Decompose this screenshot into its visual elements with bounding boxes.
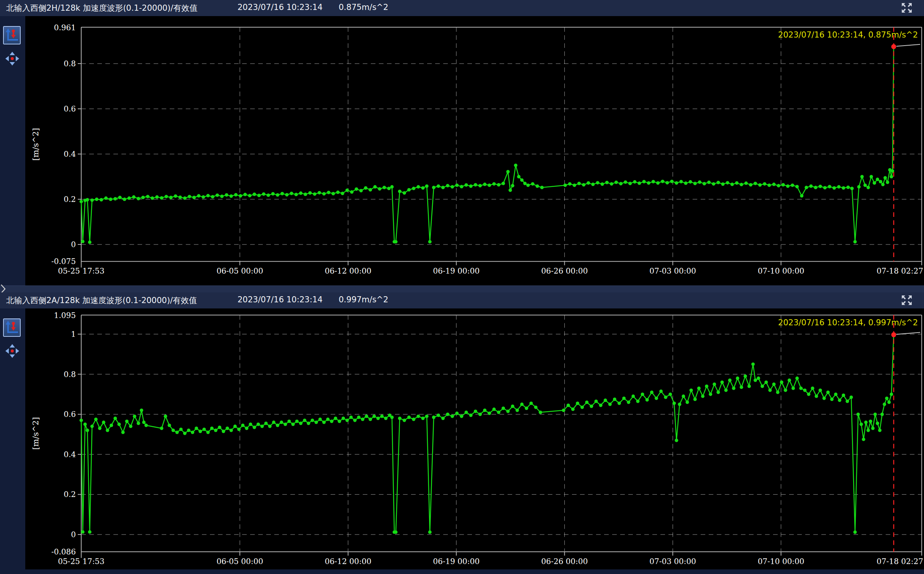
svg-text:0.6: 0.6: [64, 104, 76, 113]
svg-text:07-03 00:00: 07-03 00:00: [649, 557, 696, 566]
bottom-strip: [0, 569, 924, 574]
svg-text:06-19 00:00: 06-19 00:00: [433, 266, 480, 276]
svg-text:0.4: 0.4: [64, 450, 76, 459]
cursor-value: 0.997m/s^2: [339, 295, 388, 304]
svg-text:06-12 00:00: 06-12 00:00: [325, 557, 372, 566]
svg-text:-0.086: -0.086: [51, 547, 76, 556]
svg-text:07-10 00:00: 07-10 00:00: [758, 557, 804, 566]
svg-text:0.2: 0.2: [64, 490, 76, 499]
svg-text:07-18 02:27: 07-18 02:27: [876, 266, 923, 276]
svg-text:0.6: 0.6: [64, 410, 76, 419]
svg-text:0: 0: [71, 240, 76, 249]
svg-text:05-25 17:53: 05-25 17:53: [58, 266, 105, 276]
panel-titlebar: 北输入西侧2A/128k 加速度波形(0.1-20000)/有效值 2023/0…: [0, 292, 924, 308]
svg-text:0.4: 0.4: [64, 149, 76, 159]
svg-text:06-26 00:00: 06-26 00:00: [541, 266, 588, 276]
svg-text:05-25 17:53: 05-25 17:53: [58, 557, 105, 566]
trend-monitor-screen: 北输入西侧2H/128k 加速度波形(0.1-20000)/有效值 2023/0…: [0, 0, 924, 574]
svg-text:0: 0: [71, 530, 76, 539]
trend-chart[interactable]: 00.20.40.60.811.095-0.08605-25 17:5306-0…: [0, 308, 924, 574]
panel-titlebar: 北输入西侧2H/128k 加速度波形(0.1-20000)/有效值 2023/0…: [0, 0, 924, 16]
svg-text:07-18 02:27: 07-18 02:27: [876, 557, 923, 566]
cursor-datetime: 2023/07/16 10:23:14: [238, 295, 323, 304]
expand-fullscreen-icon[interactable]: [900, 294, 913, 307]
svg-text:2023/07/16 10:23:14, 0.997m/s^: 2023/07/16 10:23:14, 0.997m/s^2: [778, 318, 918, 327]
svg-text:-0.075: -0.075: [51, 257, 76, 266]
svg-text:0.8: 0.8: [64, 370, 76, 379]
svg-text:[m/s^2]: [m/s^2]: [31, 128, 40, 161]
cursor-datetime: 2023/07/16 10:23:14: [238, 3, 323, 12]
svg-text:07-10 00:00: 07-10 00:00: [758, 266, 804, 276]
trend-chart[interactable]: 00.20.40.60.80.961-0.07505-25 17:5306-05…: [0, 16, 924, 285]
panel-divider: [0, 285, 924, 293]
svg-text:2023/07/16 10:23:14, 0.875m/s^: 2023/07/16 10:23:14, 0.875m/s^2: [778, 30, 918, 39]
svg-text:0.2: 0.2: [64, 195, 76, 204]
cursor-value: 0.875m/s^2: [339, 3, 388, 12]
svg-text:06-19 00:00: 06-19 00:00: [433, 557, 480, 566]
svg-text:0.8: 0.8: [64, 59, 76, 68]
svg-text:06-05 00:00: 06-05 00:00: [216, 557, 263, 566]
svg-text:06-26 00:00: 06-26 00:00: [541, 557, 588, 566]
svg-text:06-05 00:00: 06-05 00:00: [216, 266, 263, 276]
chart-body: 00.20.40.60.80.961-0.07505-25 17:5306-05…: [0, 16, 924, 285]
svg-text:06-12 00:00: 06-12 00:00: [325, 266, 372, 276]
svg-text:[m/s^2]: [m/s^2]: [31, 417, 40, 450]
svg-text:0.961: 0.961: [54, 23, 76, 32]
svg-text:1.095: 1.095: [54, 311, 76, 320]
trend-panel-2A: 北输入西侧2A/128k 加速度波形(0.1-20000)/有效值 2023/0…: [0, 292, 924, 574]
channel-title: 北输入西侧2A/128k 加速度波形(0.1-20000)/有效值: [6, 295, 197, 306]
channel-title: 北输入西侧2H/128k 加速度波形(0.1-20000)/有效值: [6, 3, 197, 13]
svg-text:1: 1: [71, 330, 76, 339]
expand-fullscreen-icon[interactable]: [900, 2, 913, 14]
chart-body: 00.20.40.60.811.095-0.08605-25 17:5306-0…: [0, 308, 924, 574]
svg-text:07-03 00:00: 07-03 00:00: [649, 266, 696, 276]
trend-panel-2H: 北输入西侧2H/128k 加速度波形(0.1-20000)/有效值 2023/0…: [0, 0, 924, 285]
